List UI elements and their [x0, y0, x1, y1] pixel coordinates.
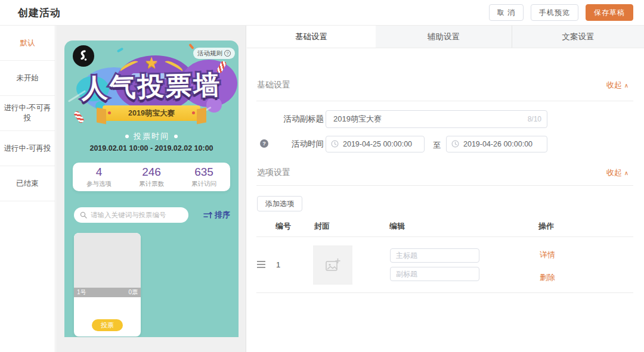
option-votes: 0票 — [128, 288, 138, 297]
divider — [256, 101, 633, 101]
col-header-edit: 编辑 — [389, 221, 405, 232]
char-counter: 8/10 — [528, 115, 541, 123]
phone-preview-pane: 活动规则 ? ★ 人气投票墙 2019萌宝大赛 投票时间 2019 — [56, 26, 246, 352]
vote-button[interactable]: 投票 — [92, 319, 123, 331]
dot-icon — [174, 135, 178, 138]
divider — [256, 185, 633, 186]
sub-title-input[interactable] — [390, 267, 479, 281]
to-label: 至 — [433, 140, 441, 151]
end-time-field — [446, 136, 547, 152]
start-time-input[interactable] — [326, 136, 425, 152]
options-section-header: 选项设置 收起 ∧ — [257, 167, 628, 178]
divider — [256, 236, 633, 237]
add-image-icon — [325, 258, 340, 272]
subtitle-input[interactable] — [326, 110, 547, 128]
stat-label: 累计访问 — [178, 180, 230, 188]
stat-visits: 635 累计访问 — [178, 166, 230, 188]
chevron-up-icon: ∧ — [624, 170, 628, 176]
campaign-title: 人气投票墙 — [64, 67, 239, 107]
collapse-label: 收起 — [606, 167, 622, 178]
banner-dot — [192, 111, 195, 114]
vote-date-range: 2019.02.01 10:00 - 2019.02.02 10:00 — [64, 144, 239, 152]
collapse-label: 收起 — [606, 80, 622, 91]
add-option-button[interactable]: 添加选项 — [257, 196, 302, 211]
main-title-input[interactable] — [390, 248, 479, 263]
sort-label: 排序 — [215, 210, 230, 220]
option-number: 1号 — [77, 288, 86, 297]
subtitle-field: 8/10 — [326, 110, 547, 128]
option-photo-placeholder — [74, 233, 141, 288]
settings-tabbar: 基础设置 辅助设置 文案设置 — [247, 26, 644, 48]
tab-copy-settings[interactable]: 文案设置 — [512, 26, 644, 48]
status-sidebar: 默认 未开始 进行中-不可再投 进行中-可再投 已结束 — [0, 26, 55, 352]
vote-time-label: 投票时间 — [134, 131, 169, 142]
mobile-preview-button[interactable]: 手机预览 — [531, 4, 578, 21]
sidebar-item-running-revote[interactable]: 进行中-可再投 — [0, 131, 55, 166]
vote-time-heading: 投票时间 — [64, 131, 239, 142]
subtitle-field-label: 活动副标题 — [257, 110, 324, 128]
chevron-up-icon: ∧ — [624, 82, 628, 89]
confetti-orange — [188, 43, 194, 49]
stats-card: 4 参与选项 246 累计票数 635 累计访问 — [73, 163, 230, 191]
stat-label: 参与选项 — [73, 180, 125, 188]
start-time-field — [326, 136, 425, 152]
drag-handle[interactable] — [257, 261, 265, 270]
settings-content: 基础设置 收起 ∧ 活动副标题 8/10 ? 活动时间 至 — [247, 48, 644, 352]
stat-options: 4 参与选项 — [73, 166, 125, 188]
search-icon — [80, 211, 87, 219]
stat-label: 累计票数 — [125, 180, 178, 188]
stat-value: 4 — [73, 166, 125, 179]
dot-icon — [125, 135, 129, 138]
divider — [256, 292, 633, 293]
activity-rules-label: 活动规则 — [197, 49, 222, 58]
phone-mockup: 活动规则 ? ★ 人气投票墙 2019萌宝大赛 投票时间 2019 — [64, 41, 239, 337]
sort-icon — [203, 211, 212, 219]
col-header-action: 操作 — [538, 221, 554, 232]
activity-rules-pill[interactable]: 活动规则 ? — [193, 48, 235, 59]
options-section-title: 选项设置 — [257, 167, 290, 178]
delete-link[interactable]: 删除 — [540, 272, 555, 283]
settings-panel: 基础设置 辅助设置 文案设置 基础设置 收起 ∧ 活动副标题 8/10 ? 活动… — [247, 26, 644, 352]
sidebar-item-not-started[interactable]: 未开始 — [0, 61, 55, 96]
clock-icon — [451, 140, 459, 148]
time-field-label: 活动时间 — [257, 135, 324, 153]
cover-upload-box[interactable] — [313, 245, 352, 285]
brand-logo — [73, 45, 94, 67]
banner-dot — [108, 111, 111, 114]
basic-collapse-toggle[interactable]: 收起 ∧ — [606, 80, 628, 91]
keyword-search-input[interactable] — [74, 207, 188, 223]
campaign-banner-text: 2019萌宝大赛 — [128, 108, 175, 119]
tab-basic-settings[interactable]: 基础设置 — [247, 26, 376, 48]
confetti-cyan — [117, 48, 124, 53]
row-number: 1 — [276, 260, 280, 269]
sidebar-item-default[interactable]: 默认 — [0, 26, 55, 61]
col-header-number: 编号 — [275, 221, 291, 232]
logo-glyph — [77, 49, 90, 63]
stat-value: 246 — [125, 166, 178, 179]
option-info-bar: 1号 0票 — [74, 288, 141, 297]
app-header: 创建活动 取 消 手机预览 保存草稿 — [0, 0, 644, 26]
header-actions: 取 消 手机预览 保存草稿 — [489, 4, 633, 21]
page-title: 创建活动 — [18, 6, 61, 20]
options-collapse-toggle[interactable]: 收起 ∧ — [606, 167, 628, 178]
clock-icon — [331, 140, 339, 148]
cancel-button[interactable]: 取 消 — [489, 4, 524, 21]
tab-auxiliary-settings[interactable]: 辅助设置 — [376, 26, 512, 48]
stat-votes: 246 累计票数 — [125, 166, 178, 188]
sidebar-item-ended[interactable]: 已结束 — [0, 166, 55, 201]
sort-control[interactable]: 排序 — [203, 210, 230, 220]
sidebar-item-running-no-revote[interactable]: 进行中-不可再投 — [0, 96, 55, 131]
search-sort-row: 排序 — [74, 207, 230, 223]
stat-value: 635 — [178, 166, 230, 179]
campaign-banner: 2019萌宝大赛 — [103, 105, 200, 121]
col-header-cover: 封面 — [314, 221, 330, 232]
candy-cane-icon — [73, 110, 85, 123]
vote-option-card: 1号 0票 投票 — [74, 233, 141, 337]
detail-link[interactable]: 详情 — [540, 250, 555, 260]
basic-section-header: 基础设置 收起 ∧ — [257, 80, 628, 91]
save-draft-button[interactable]: 保存草稿 — [586, 4, 633, 21]
end-time-input[interactable] — [446, 136, 547, 152]
question-circle-icon: ? — [224, 50, 231, 57]
basic-section-title: 基础设置 — [257, 80, 290, 91]
